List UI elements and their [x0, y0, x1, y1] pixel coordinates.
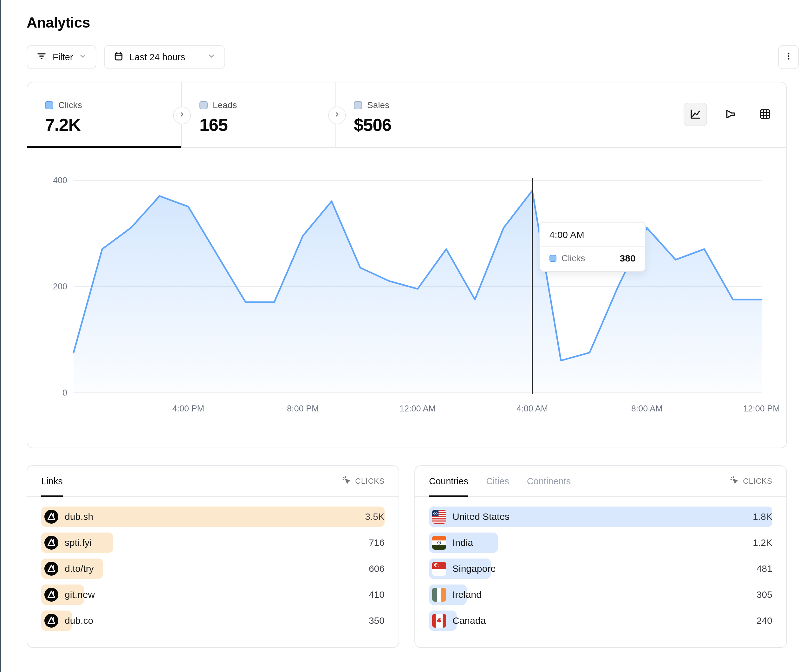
panel-tab-continents[interactable]: Continents: [527, 466, 571, 496]
sales-tab-label: Sales: [367, 100, 389, 110]
leads-legend-chip: [200, 101, 208, 109]
countries-panel-tabs: CountriesCitiesContinents: [429, 466, 571, 496]
chart-cursor-line: [532, 178, 533, 394]
clicks-tab-label: Clicks: [58, 100, 82, 110]
x-axis-tick: 8:00 AM: [631, 404, 663, 414]
clicks-value: 7.2K: [45, 115, 181, 135]
line-chart-view-button[interactable]: [684, 103, 707, 126]
list-item[interactable]: Ireland 305: [429, 585, 773, 605]
metric-selector[interactable]: CLICKS: [342, 476, 385, 487]
table-grid-icon: [758, 107, 772, 122]
list-item[interactable]: India 1.2K: [429, 532, 773, 553]
leads-value: 165: [200, 115, 336, 135]
countries-panel: CountriesCitiesContinents CLICKS United …: [415, 465, 787, 648]
list-item[interactable]: United States 1.8K: [429, 507, 773, 527]
clicks-time-series-chart[interactable]: 4:00 AM Clicks 380 4:00 PM 8:00 PM 12:00…: [73, 180, 762, 392]
y-axis-tick: 0: [32, 388, 67, 398]
chevron-right-icon: [178, 110, 186, 121]
links-panel-tabs: Links: [41, 466, 63, 496]
countries-list: United States 1.8K India 1.2K Singapore …: [415, 497, 786, 640]
list-item[interactable]: d.to/try 606: [41, 559, 385, 579]
metric-label: CLICKS: [355, 477, 385, 486]
page-title: Analytics: [27, 14, 799, 31]
table-view-button[interactable]: [753, 103, 777, 126]
list-item[interactable]: git.new 410: [41, 585, 385, 605]
list-item-label: dub.co: [65, 611, 93, 631]
tooltip-value: 380: [620, 253, 636, 264]
list-item-value: 606: [369, 559, 385, 579]
analytics-card: Clicks 7.2K Leads 165 Sales $506: [27, 82, 787, 448]
more-options-button[interactable]: [778, 45, 799, 69]
list-item[interactable]: dub.co 350: [41, 611, 385, 631]
calendar-icon: [114, 51, 124, 63]
list-item-label: git.new: [65, 585, 95, 605]
flag-ca-icon: [432, 614, 446, 628]
chart-tooltip: 4:00 AM Clicks 380: [539, 222, 646, 272]
area-chart-svg: [73, 180, 762, 392]
clicks-legend-chip: [45, 101, 53, 109]
leads-tab-label: Leads: [213, 100, 237, 110]
dub-logo-icon: [44, 536, 58, 550]
x-axis-line: [73, 392, 762, 393]
flag-ie-icon: [432, 588, 446, 602]
x-axis-tick: 4:00 PM: [172, 404, 204, 414]
list-item-label: d.to/try: [65, 559, 94, 579]
list-item[interactable]: dub.sh 3.5K: [41, 507, 385, 527]
date-range-button[interactable]: Last 24 hours: [104, 45, 225, 69]
funnel-view-button[interactable]: [718, 103, 742, 126]
list-item-value: 3.5K: [365, 507, 385, 527]
chart-view-toggle: [684, 103, 777, 126]
breakdown-panels: Links CLICKS dub.sh 3.5K spti.fyi 716: [27, 465, 799, 648]
x-axis-labels: 4:00 PM 8:00 PM 12:00 AM 4:00 AM 8:00 AM…: [73, 404, 762, 416]
list-item-value: 1.8K: [753, 507, 773, 527]
filter-icon: [36, 51, 47, 64]
list-item[interactable]: spti.fyi 716: [41, 532, 385, 553]
metric-label: CLICKS: [743, 477, 773, 486]
list-item-value: 716: [369, 532, 385, 553]
dub-logo-icon: [44, 614, 58, 628]
cursor-click-icon: [730, 476, 739, 487]
x-axis-tick: 8:00 PM: [287, 404, 319, 414]
tooltip-time: 4:00 AM: [540, 223, 645, 247]
next-metric-button[interactable]: [173, 106, 191, 124]
x-axis-tick: 12:00 AM: [399, 404, 436, 414]
panel-tab-cities[interactable]: Cities: [486, 466, 509, 496]
tab-leads[interactable]: Leads 165: [182, 82, 336, 147]
metric-tabs: Clicks 7.2K Leads 165 Sales $506: [27, 82, 786, 148]
flag-sg-icon: [432, 562, 446, 576]
y-axis-tick: 400: [32, 176, 67, 186]
list-item-label: United States: [452, 507, 510, 527]
chevron-right-icon: [333, 110, 341, 121]
y-axis-tick: 200: [32, 282, 67, 292]
list-item-value: 350: [369, 611, 385, 631]
toolbar: Filter Last 24 hours: [27, 45, 799, 69]
cursor-click-icon: [342, 476, 351, 487]
panel-tab-countries[interactable]: Countries: [429, 466, 468, 496]
list-item-label: dub.sh: [65, 507, 93, 527]
list-item-label: India: [452, 532, 473, 553]
funnel-icon: [723, 107, 737, 122]
filter-button[interactable]: Filter: [27, 45, 96, 69]
dub-logo-icon: [44, 510, 58, 524]
list-item[interactable]: Singapore 481: [429, 559, 773, 579]
line-chart-icon: [689, 107, 702, 122]
metric-selector[interactable]: CLICKS: [730, 476, 773, 487]
links-list: dub.sh 3.5K spti.fyi 716 d.to/try 606 gi…: [27, 497, 399, 640]
list-item[interactable]: Canada 240: [429, 611, 773, 631]
list-item-value: 1.2K: [753, 532, 773, 553]
flag-us-icon: [432, 510, 446, 524]
tooltip-series-label: Clicks: [561, 253, 585, 263]
panel-tab-links[interactable]: Links: [41, 466, 63, 496]
chart-area: 400 200 0: [27, 148, 786, 448]
chevron-down-icon: [207, 52, 216, 63]
tab-clicks[interactable]: Clicks 7.2K: [27, 82, 182, 147]
list-item-label: spti.fyi: [65, 532, 92, 553]
links-panel: Links CLICKS dub.sh 3.5K spti.fyi 716: [27, 465, 399, 648]
next-metric-button[interactable]: [328, 106, 346, 124]
list-item-label: Singapore: [452, 559, 496, 579]
sales-legend-chip: [354, 101, 362, 109]
flag-in-icon: [432, 536, 446, 550]
dub-logo-icon: [44, 588, 58, 602]
kebab-menu-icon: [784, 51, 793, 63]
chevron-down-icon: [78, 52, 87, 63]
